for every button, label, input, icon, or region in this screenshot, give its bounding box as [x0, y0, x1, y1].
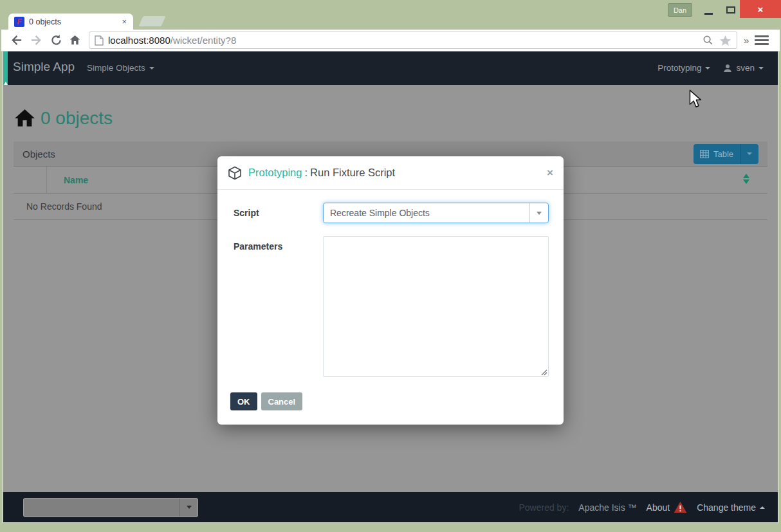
sort-icon[interactable] [743, 174, 749, 184]
window-minimize-button[interactable] [697, 3, 719, 17]
reload-button[interactable] [49, 33, 63, 48]
page-icon [95, 35, 104, 46]
user-menu[interactable]: sven [723, 63, 764, 73]
dialog-title: Prototyping:Run Fixture Script [248, 167, 395, 179]
chevron-down-icon [705, 67, 710, 69]
home-icon [15, 109, 35, 127]
cube-icon [228, 166, 242, 180]
parameters-field-row: Parameters [234, 236, 551, 377]
button-divider [740, 144, 741, 164]
app-footer: Powered by: Apache Isis ™ About Change t… [3, 492, 778, 522]
cancel-button[interactable]: Cancel [261, 392, 303, 410]
mouse-cursor [688, 89, 704, 109]
menu-simple-objects[interactable]: Simple Objects [87, 63, 154, 73]
script-select[interactable]: Recreate Simple Objects [323, 203, 549, 223]
new-tab-button[interactable] [138, 16, 165, 26]
select-arrow-box [179, 499, 198, 517]
resize-grip-icon[interactable] [541, 369, 547, 376]
menu-icon[interactable] [755, 35, 769, 45]
chevron-down-icon [187, 506, 192, 509]
window-close-button[interactable]: × [740, 0, 781, 18]
table-grid-icon [700, 150, 709, 158]
app-brand[interactable]: Simple App [13, 60, 75, 74]
run-fixture-script-dialog: Prototyping:Run Fixture Script × Script … [217, 156, 564, 425]
address-bar[interactable]: localhost:8080/wicket/entity?8 [89, 32, 737, 49]
browser-tab[interactable]: F 0 objects × [8, 14, 133, 30]
maximize-icon [726, 6, 735, 14]
script-label: Script [234, 203, 323, 223]
chevron-down-icon[interactable] [747, 152, 752, 155]
tab-title: 0 objects [29, 17, 120, 26]
chevron-down-icon [758, 67, 764, 69]
chevron-down-icon [537, 212, 542, 215]
script-select-value: Recreate Simple Objects [324, 208, 430, 218]
tab-close-icon[interactable]: × [120, 17, 128, 26]
app-navbar: Simple App Simple Objects Prototyping sv… [3, 51, 778, 85]
dialog-close-icon[interactable]: × [547, 167, 553, 179]
browser-toolbar: localhost:8080/wicket/entity?8 » [1, 30, 780, 51]
window-maximize-button[interactable] [720, 3, 742, 17]
menu-prototyping[interactable]: Prototyping [657, 63, 710, 73]
select-arrow-box[interactable] [529, 203, 548, 223]
minimize-icon [704, 13, 713, 15]
footer-select[interactable] [23, 498, 198, 517]
forward-button[interactable] [29, 33, 43, 48]
zoom-icon[interactable] [703, 35, 713, 46]
page-title: 0 objects [15, 108, 113, 129]
parameters-textarea[interactable] [323, 236, 549, 377]
chevron-up-icon [760, 506, 765, 509]
ok-button[interactable]: OK [230, 392, 257, 410]
empty-message: No Records Found [14, 201, 102, 212]
dialog-body: Script Recreate Simple Objects Parameter… [217, 190, 564, 425]
user-icon [723, 64, 732, 73]
table-view-button[interactable]: Table [694, 144, 758, 164]
column-header-name[interactable]: Name [47, 175, 88, 185]
bookmark-star-icon[interactable] [719, 35, 731, 46]
change-theme-link[interactable]: Change theme [697, 502, 765, 513]
table-header-empty-cell [14, 167, 47, 193]
back-button[interactable] [9, 33, 23, 48]
home-button[interactable] [68, 33, 82, 48]
extensions-overflow-button[interactable]: » [744, 35, 748, 46]
favicon-icon: F [14, 17, 24, 27]
powered-by-label: Powered by: [519, 502, 569, 513]
warning-icon [674, 501, 687, 513]
script-field-row: Script Recreate Simple Objects [234, 203, 551, 223]
dialog-header: Prototyping:Run Fixture Script × [217, 156, 564, 190]
parameters-label: Parameters [234, 236, 323, 377]
stripe-arrow-icon [4, 82, 8, 85]
browser-profile-button[interactable]: Dan [668, 3, 692, 17]
chevron-down-icon [149, 67, 154, 69]
about-link[interactable]: About [647, 501, 688, 513]
navbar-accent-stripe [3, 51, 8, 85]
url-text: localhost:8080/wicket/entity?8 [108, 35, 703, 46]
apache-isis-link[interactable]: Apache Isis ™ [578, 502, 636, 513]
